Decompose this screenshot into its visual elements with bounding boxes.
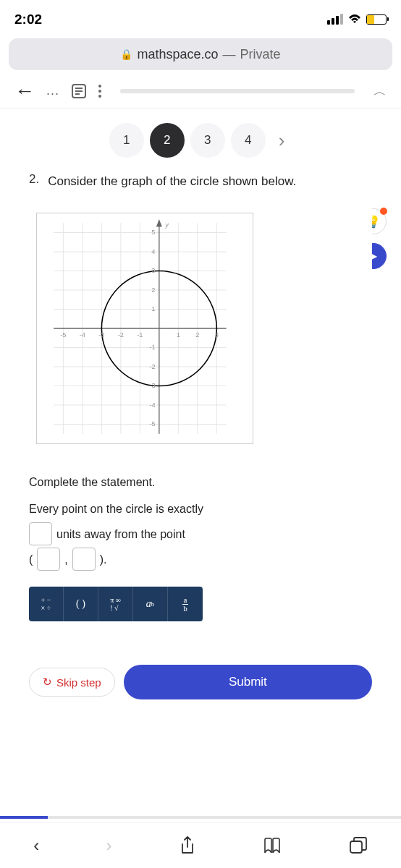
input-radius[interactable] [29, 522, 52, 545]
bookmarks-button[interactable] [263, 837, 282, 854]
question-nav-4[interactable]: 4 [231, 123, 266, 158]
question-number: 2. [29, 172, 39, 191]
browser-forward-button[interactable]: › [106, 835, 112, 856]
svg-text:1: 1 [151, 305, 155, 312]
browser-toolbar: ‹ › [0, 822, 401, 868]
svg-text:5: 5 [151, 229, 155, 236]
math-power-button[interactable]: ab [133, 587, 168, 621]
browser-back-button[interactable]: ‹ [33, 835, 39, 856]
svg-text:-2: -2 [118, 331, 124, 338]
paren-open: ( [29, 547, 33, 572]
status-bar: 2:02 [0, 0, 401, 35]
question-nav-3[interactable]: 3 [190, 123, 225, 158]
svg-text:-2: -2 [149, 362, 155, 370]
battery-icon [366, 14, 387, 25]
next-question-button[interactable]: › [271, 129, 292, 152]
action-buttons: ↻ Skip step Submit [0, 665, 401, 699]
question-navigation: 1 2 3 4 › [0, 109, 401, 172]
url-separator: — [223, 47, 236, 62]
svg-text:3: 3 [215, 331, 219, 338]
skip-step-button[interactable]: ↻ Skip step [29, 668, 115, 697]
question-nav-1[interactable]: 1 [109, 123, 144, 158]
question-text: Consider the graph of the circle shown b… [48, 172, 296, 191]
svg-text:-1: -1 [149, 344, 155, 351]
svg-text:4: 4 [151, 247, 155, 255]
svg-text:y: y [164, 221, 169, 228]
svg-text:-1: -1 [137, 331, 143, 338]
svg-text:-5: -5 [149, 420, 155, 427]
url-domain: mathspace.co [137, 47, 218, 62]
paren-close: ). [100, 547, 107, 572]
submit-button[interactable]: Submit [124, 665, 372, 699]
svg-text:2: 2 [151, 286, 155, 293]
skip-label: Skip step [56, 676, 101, 689]
url-mode: Private [240, 47, 281, 62]
statement-part-1: Every point on the circle is exactly [29, 496, 203, 522]
svg-text:-5: -5 [60, 331, 66, 338]
breadcrumb-dots[interactable]: ... [46, 83, 59, 98]
circle-graph[interactable]: -5 -4 -3 -2 -1 1 2 3 5 4 3 2 1 -1 -2 -3 [36, 213, 253, 444]
progress-bar [120, 89, 355, 93]
math-fraction-button[interactable]: a b [168, 587, 203, 621]
app-toolbar: ← ... ︿ [0, 74, 401, 109]
status-icons [327, 14, 387, 25]
svg-text:-4: -4 [80, 331, 85, 338]
cellular-icon [327, 14, 343, 25]
tabs-button[interactable] [349, 837, 368, 854]
address-bar[interactable]: 🔒 mathspace.co — Private [9, 38, 392, 70]
page-progress [0, 816, 401, 819]
back-button[interactable]: ← [14, 80, 35, 103]
wifi-icon [347, 14, 362, 25]
fill-line-2: units away from the point [29, 522, 372, 547]
list-icon[interactable] [71, 83, 87, 99]
input-y[interactable] [72, 548, 96, 571]
fill-line-3: ( , ). [29, 547, 372, 572]
svg-text:1: 1 [177, 331, 180, 338]
svg-text:-4: -4 [149, 401, 155, 408]
statement-part-2: units away from the point [56, 522, 185, 547]
more-menu-button[interactable] [98, 85, 101, 98]
svg-text:2: 2 [195, 331, 199, 338]
comma: , [64, 547, 67, 572]
math-toolbar: + − × ÷ ( ) π ∞ ! √ ab a b [29, 587, 203, 621]
fill-statement: Every point on the circle is exactly [29, 496, 372, 522]
share-button[interactable] [179, 835, 196, 856]
graph-container: -5 -4 -3 -2 -1 1 2 3 5 4 3 2 1 -1 -2 -3 [29, 205, 372, 454]
collapse-icon[interactable]: ︿ [373, 82, 387, 100]
input-x[interactable] [37, 548, 60, 571]
question-content: 2. Consider the graph of the circle show… [0, 172, 401, 621]
svg-rect-42 [350, 841, 362, 853]
math-parens-button[interactable]: ( ) [64, 587, 98, 621]
question-header: 2. Consider the graph of the circle show… [29, 172, 372, 191]
skip-icon: ↻ [43, 676, 52, 689]
math-ops-button[interactable]: + − × ÷ [29, 587, 64, 621]
svg-text:-3: -3 [149, 382, 155, 389]
math-symbols-button[interactable]: π ∞ ! √ [98, 587, 133, 621]
statement-title: Complete the statement. [29, 476, 372, 489]
question-nav-2[interactable]: 2 [150, 123, 185, 158]
svg-marker-21 [156, 218, 162, 226]
lock-icon: 🔒 [120, 48, 132, 60]
status-time: 2:02 [14, 12, 42, 27]
svg-text:3: 3 [151, 267, 155, 274]
svg-text:-3: -3 [98, 331, 104, 338]
